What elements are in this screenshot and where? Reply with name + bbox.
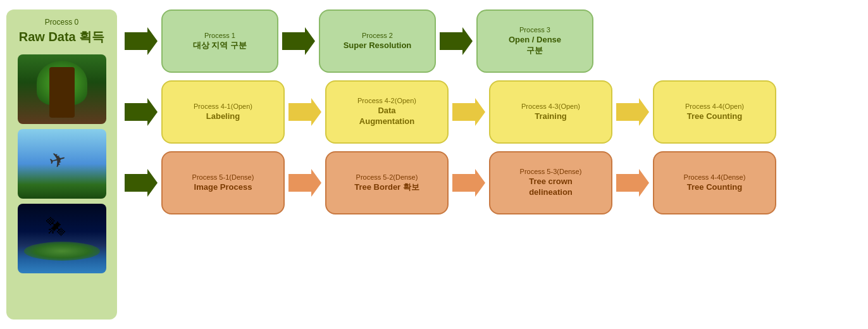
process5-1-label: Process 5-1(Dense) xyxy=(192,173,254,181)
process4-2-box: Process 4-2(Open) DataAugmentation xyxy=(325,80,449,144)
arrow-row3-3-4 xyxy=(614,169,652,197)
process1-box: Process 1 대상 지역 구분 xyxy=(161,9,278,73)
drone-image xyxy=(18,129,106,199)
process5-1-name: Image Process xyxy=(194,182,252,193)
process5-3-box: Process 5-3(Dense) Tree crowndelineation xyxy=(489,151,612,214)
process3-label: Process 3 xyxy=(519,26,550,34)
svg-marker-0 xyxy=(125,27,158,55)
arrow-row3-1-2 xyxy=(286,169,324,197)
svg-marker-4 xyxy=(288,98,321,126)
svg-marker-1 xyxy=(282,27,315,55)
process5-2-label: Process 5-2(Dense) xyxy=(356,173,418,181)
svg-marker-5 xyxy=(452,98,485,126)
forest-image xyxy=(18,54,106,124)
svg-marker-7 xyxy=(125,169,158,197)
process5-4-box: Process 4-4(Dense) Tree Counting xyxy=(653,151,776,214)
process4-1-box: Process 4-1(Open) Labeling xyxy=(161,80,285,144)
process5-4-label: Process 4-4(Dense) xyxy=(684,173,746,181)
satellite-image xyxy=(18,204,106,273)
svg-marker-6 xyxy=(616,98,649,126)
process4-2-name: DataAugmentation xyxy=(359,106,414,127)
process4-4-name: Tree Counting xyxy=(687,111,742,122)
svg-marker-9 xyxy=(452,169,485,197)
left-panel: Process 0 Raw Data 획득 xyxy=(6,9,117,320)
arrow-to-row3 xyxy=(122,169,160,197)
process3-name: Open / Dense구분 xyxy=(509,35,561,56)
process5-3-label: Process 5-3(Dense) xyxy=(520,168,582,175)
svg-marker-2 xyxy=(440,27,473,55)
process4-3-box: Process 4-3(Open) Training xyxy=(489,80,612,144)
svg-marker-3 xyxy=(125,98,158,126)
arrow2-3 xyxy=(437,27,475,55)
raw-data-title: Raw Data 획득 xyxy=(19,28,105,46)
process3-box: Process 3 Open / Dense구분 xyxy=(476,9,593,73)
arrow1-2 xyxy=(280,27,318,55)
arrow-to-row1 xyxy=(122,27,160,55)
row2: Process 4-1(Open) Labeling Process 4-2(O… xyxy=(122,80,862,144)
main-container: Process 0 Raw Data 획득 Process 1 대상 지역 구분 xyxy=(6,9,862,320)
process5-1-box: Process 5-1(Dense) Image Process xyxy=(161,151,285,214)
process2-name: Super Resolution xyxy=(344,40,412,51)
row1: Process 1 대상 지역 구분 Process 2 Super Resol… xyxy=(122,9,862,73)
process5-2-name: Tree Border 확보 xyxy=(354,182,419,193)
arrow-row3-2-3 xyxy=(450,169,488,197)
right-section: Process 1 대상 지역 구분 Process 2 Super Resol… xyxy=(117,9,862,214)
process5-2-box: Process 5-2(Dense) Tree Border 확보 xyxy=(325,151,449,214)
svg-marker-10 xyxy=(616,169,649,197)
process4-4-label: Process 4-4(Open) xyxy=(685,102,744,110)
process4-2-label: Process 4-2(Open) xyxy=(357,97,416,104)
arrow-row2-3-4 xyxy=(614,98,652,126)
arrow-to-row2 xyxy=(122,98,160,126)
process4-3-name: Training xyxy=(535,111,567,122)
svg-marker-8 xyxy=(288,169,321,197)
process4-4-box: Process 4-4(Open) Tree Counting xyxy=(653,80,776,144)
process4-3-label: Process 4-3(Open) xyxy=(521,102,580,110)
process0-label: Process 0 xyxy=(19,17,105,28)
process2-box: Process 2 Super Resolution xyxy=(319,9,436,73)
arrow-row2-1-2 xyxy=(286,98,324,126)
process5-3-name: Tree crowndelineation xyxy=(529,177,573,198)
process1-name: 대상 지역 구분 xyxy=(193,40,247,51)
row3: Process 5-1(Dense) Image Process Process… xyxy=(122,151,862,214)
process1-label: Process 1 xyxy=(204,32,235,39)
process2-label: Process 2 xyxy=(362,32,393,39)
process4-1-label: Process 4-1(Open) xyxy=(194,102,252,110)
left-panel-title: Process 0 Raw Data 획득 xyxy=(19,17,105,46)
process5-4-name: Tree Counting xyxy=(687,182,742,193)
arrow-row2-2-3 xyxy=(450,98,488,126)
process4-1-name: Labeling xyxy=(206,111,240,122)
